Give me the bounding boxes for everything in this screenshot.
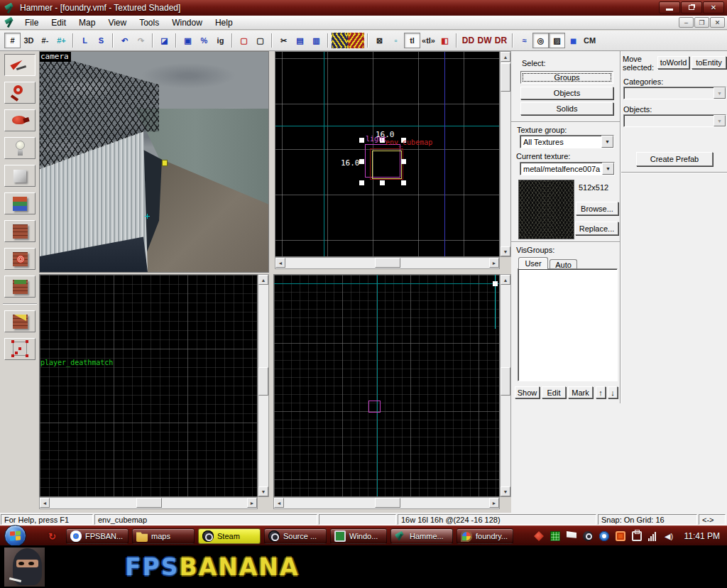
taskbar-button-windows[interactable]: Windo... — [330, 528, 387, 544]
cm-icon[interactable]: CM — [581, 33, 598, 48]
objects-select[interactable]: ▼ — [623, 114, 726, 127]
run-map-dd-icon[interactable]: DD — [460, 33, 476, 48]
grid-larger-icon[interactable]: #+ — [53, 33, 70, 48]
adobe-tray-icon[interactable] — [534, 531, 544, 541]
categories-select[interactable]: ▼ — [623, 87, 726, 99]
scroll-thumb[interactable] — [501, 63, 510, 92]
taskbar-button-foundry[interactable]: foundry... — [457, 528, 513, 544]
scroll-thumb[interactable] — [136, 498, 162, 508]
magnify-tool-icon[interactable] — [4, 82, 35, 104]
texture-scale-lock-icon[interactable] — [348, 33, 364, 48]
close-button[interactable]: ✕ — [703, 1, 724, 13]
select-groups-button[interactable]: Groups — [520, 71, 613, 84]
scroll-right-icon[interactable]: ► — [489, 258, 499, 268]
browse-button[interactable]: Browse... — [576, 202, 618, 215]
steam-tray-icon[interactable] — [583, 531, 593, 541]
entity-tool-icon[interactable] — [4, 137, 35, 159]
menu-view[interactable]: View — [102, 16, 133, 29]
select-handles-icon[interactable]: ⊠ — [371, 33, 388, 48]
current-texture-select[interactable]: metal/metalfence007a ▼ — [520, 162, 615, 175]
group-icon[interactable]: ▣ — [180, 33, 196, 48]
cubemap-marker[interactable] — [145, 214, 150, 219]
undo-icon[interactable]: ↶ — [116, 33, 133, 48]
select-solids-button[interactable]: Solids — [520, 102, 613, 115]
flip-objects-icon[interactable]: ◧ — [437, 33, 453, 48]
viewport-3d[interactable]: camera — [39, 51, 269, 273]
scroll-thumb[interactable] — [258, 367, 268, 396]
scrollbar-horizontal[interactable]: ◄ ► — [275, 257, 500, 269]
menu-tools[interactable]: Tools — [133, 16, 165, 29]
selection-outline-magenta[interactable] — [368, 401, 381, 413]
selection-tool-icon[interactable] — [4, 54, 35, 76]
volume-icon[interactable]: ◀) — [665, 531, 674, 541]
save-window-state-icon[interactable]: S — [93, 33, 109, 48]
chevron-down-icon[interactable]: ▼ — [714, 115, 726, 126]
scroll-down-icon[interactable]: ▼ — [501, 246, 510, 256]
to-entity-button[interactable]: toEntity — [692, 56, 726, 69]
create-prefab-button[interactable]: Create Prefab — [636, 152, 713, 166]
selection-handle[interactable] — [380, 180, 385, 185]
scroll-down-icon[interactable]: ▼ — [501, 486, 510, 496]
load-window-state-icon[interactable]: L — [77, 33, 93, 48]
taskbar-button-maps[interactable]: maps — [132, 528, 195, 544]
texture-preview[interactable] — [518, 180, 574, 239]
mdi-restore-button[interactable]: ❐ — [694, 17, 709, 28]
chevron-down-icon[interactable]: ▼ — [601, 136, 613, 148]
scroll-down-icon[interactable]: ▼ — [258, 486, 268, 496]
scroll-right-icon[interactable]: ► — [247, 498, 257, 508]
ignore-groups-icon[interactable]: ig — [212, 33, 229, 48]
light-entity-sprite[interactable] — [162, 160, 168, 166]
smoothing-groups-icon[interactable]: ◼ — [565, 33, 581, 48]
run-map-dw-icon[interactable]: DW — [476, 33, 493, 48]
scroll-up-icon[interactable]: ▲ — [501, 52, 510, 62]
menu-map[interactable]: Map — [72, 16, 102, 29]
selection-handle[interactable] — [493, 281, 498, 286]
scroll-up-icon[interactable]: ▲ — [501, 275, 510, 285]
chevron-down-icon[interactable]: ▼ — [714, 87, 726, 99]
mdi-close-button[interactable]: ✕ — [710, 17, 725, 28]
texture-lock-tl-icon[interactable]: tl — [404, 33, 420, 48]
viewport-2d-side[interactable] — [273, 274, 500, 497]
viewport-2d-front[interactable]: player_deathmatch — [39, 274, 258, 497]
grid-toggle-icon[interactable]: # — [4, 33, 21, 48]
menu-window[interactable]: Window — [165, 16, 209, 29]
magnify-select-icon[interactable]: ▫ — [388, 33, 404, 48]
run-map-dr-icon[interactable]: DR — [493, 33, 509, 48]
scrollbar-vertical[interactable]: ▲ ▼ — [258, 274, 269, 497]
selection-handle[interactable] — [401, 159, 406, 164]
start-button[interactable] — [4, 525, 26, 547]
selection-handle[interactable] — [359, 180, 364, 185]
tab-auto[interactable]: Auto — [550, 259, 577, 269]
apply-decals-tool-icon[interactable] — [4, 248, 35, 270]
taskbar-button-steam[interactable]: Steam — [198, 528, 261, 544]
camera-tool-icon[interactable] — [4, 109, 35, 131]
cut-icon[interactable]: ✂ — [275, 33, 292, 48]
selection-handle[interactable] — [359, 138, 364, 143]
menu-edit[interactable]: Edit — [45, 16, 72, 29]
clipboard-tray-icon[interactable] — [632, 531, 642, 541]
scroll-left-icon[interactable]: ◄ — [274, 498, 284, 508]
texture-group-select[interactable]: All Textures ▼ — [520, 135, 614, 148]
chevron-down-icon[interactable]: ▼ — [602, 163, 614, 175]
quick-launch-icon[interactable]: ↻ — [48, 531, 58, 541]
download-tray-icon[interactable] — [616, 531, 625, 541]
move-down-icon[interactable]: ↓ — [608, 386, 618, 398]
apply-current-texture-tool-icon[interactable] — [4, 220, 35, 242]
texture-lock-scale-icon[interactable]: «tl» — [420, 33, 437, 48]
taskbar-button-source[interactable]: Source ... — [264, 528, 327, 544]
clipping-tool-icon[interactable] — [4, 310, 35, 332]
restore-button[interactable] — [681, 1, 702, 13]
mdi-document-icon[interactable] — [4, 17, 16, 28]
cordon-icon[interactable]: ◎ — [532, 33, 549, 48]
scrollbar-horizontal[interactable]: ◄ ► — [39, 497, 258, 509]
taskbar-button-fpsbanana[interactable]: FPSBAN... — [66, 528, 129, 544]
show-button[interactable]: Show — [515, 386, 540, 398]
visgroups-list[interactable] — [518, 268, 618, 381]
paste-icon[interactable]: ▥ — [308, 33, 324, 48]
edit-button[interactable]: Edit — [542, 386, 566, 398]
scroll-thumb[interactable] — [375, 498, 400, 508]
ungroup-icon[interactable]: % — [196, 33, 212, 48]
minimize-button[interactable] — [659, 1, 680, 13]
network-signal-icon[interactable] — [648, 531, 658, 541]
texture-lock-icon[interactable] — [332, 33, 348, 48]
